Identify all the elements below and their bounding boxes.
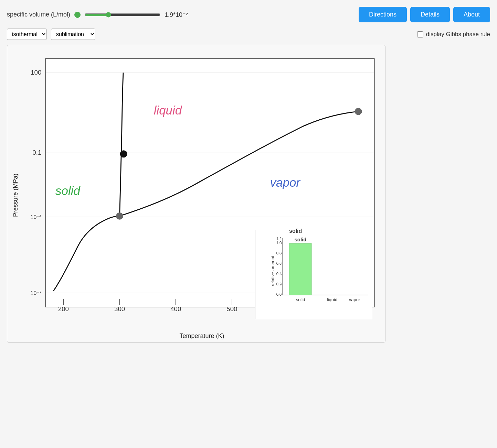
svg-text:solid: solid — [294, 237, 306, 242]
svg-text:vapor: vapor — [270, 176, 301, 189]
inset-svg: 0.0 0.2 0.4 0.6 0.8 1.0 1.2 — [272, 233, 368, 308]
gibbs-label: display Gibbs phase rule — [426, 31, 490, 38]
svg-point-24 — [120, 150, 127, 157]
svg-text:solid: solid — [296, 297, 305, 302]
button-group: Directions Details About — [359, 7, 490, 22]
x-axis-label: Temperature (K) — [21, 332, 382, 340]
svg-text:1.0: 1.0 — [276, 241, 282, 245]
svg-text:300: 300 — [114, 305, 125, 313]
inset-y-label: relative amount — [270, 255, 275, 286]
svg-point-25 — [116, 212, 123, 220]
svg-text:1.2: 1.2 — [276, 237, 282, 241]
svg-rect-43 — [289, 243, 311, 295]
slider-value: 1.9*10⁻² — [165, 11, 188, 19]
svg-text:10⁻⁴: 10⁻⁴ — [30, 214, 41, 220]
svg-text:10⁻⁷: 10⁻⁷ — [30, 290, 41, 296]
inset-chart-inner: solid relative amount 0.0 0.2 0.4 0.6 0.… — [272, 233, 368, 308]
volume-slider[interactable] — [85, 12, 160, 18]
inset-bar-title: solid — [289, 228, 302, 234]
directions-button[interactable]: Directions — [359, 7, 407, 22]
process-select[interactable]: isothermal isobaric isochoric — [7, 29, 47, 40]
svg-text:0.0: 0.0 — [276, 292, 282, 296]
top-bar: specific volume (L/mol) 1.9*10⁻² Directi… — [7, 7, 490, 22]
phase-select[interactable]: sublimation melting vaporization — [51, 29, 95, 40]
chart-wrapper: Pressure (MPa) 100 0.1 10⁻⁴ 10⁻⁷ 200 — [10, 51, 382, 340]
svg-point-26 — [355, 108, 362, 115]
svg-text:100: 100 — [31, 69, 41, 76]
slider-dot-icon — [74, 12, 81, 18]
svg-text:0.2: 0.2 — [276, 282, 282, 286]
svg-text:0.8: 0.8 — [276, 251, 282, 255]
svg-text:500: 500 — [226, 305, 237, 313]
svg-text:200: 200 — [58, 305, 69, 313]
svg-text:liquid: liquid — [327, 297, 337, 302]
svg-text:400: 400 — [170, 305, 181, 313]
gibbs-checkbox[interactable] — [417, 31, 423, 37]
inset-bar-chart: solid relative amount 0.0 0.2 0.4 0.6 0.… — [255, 230, 372, 319]
slider-section: specific volume (L/mol) 1.9*10⁻² — [7, 11, 188, 19]
slider-label: specific volume (L/mol) — [7, 11, 70, 18]
about-button[interactable]: About — [453, 7, 490, 22]
svg-text:vapor: vapor — [349, 297, 360, 302]
svg-text:0.6: 0.6 — [276, 261, 282, 265]
svg-text:0.1: 0.1 — [32, 149, 41, 156]
chart-area: 100 0.1 10⁻⁴ 10⁻⁷ 200 300 400 500 600 70… — [21, 51, 382, 340]
gibbs-section: display Gibbs phase rule — [417, 31, 490, 38]
y-axis-label: Pressure (MPa) — [10, 51, 21, 340]
chart-container: Pressure (MPa) 100 0.1 10⁻⁴ 10⁻⁷ 200 — [7, 45, 385, 343]
svg-text:0.4: 0.4 — [276, 272, 282, 276]
svg-text:liquid: liquid — [154, 103, 182, 117]
svg-text:solid: solid — [55, 184, 81, 197]
controls-row: isothermal isobaric isochoric sublimatio… — [7, 29, 490, 40]
details-button[interactable]: Details — [410, 7, 450, 22]
